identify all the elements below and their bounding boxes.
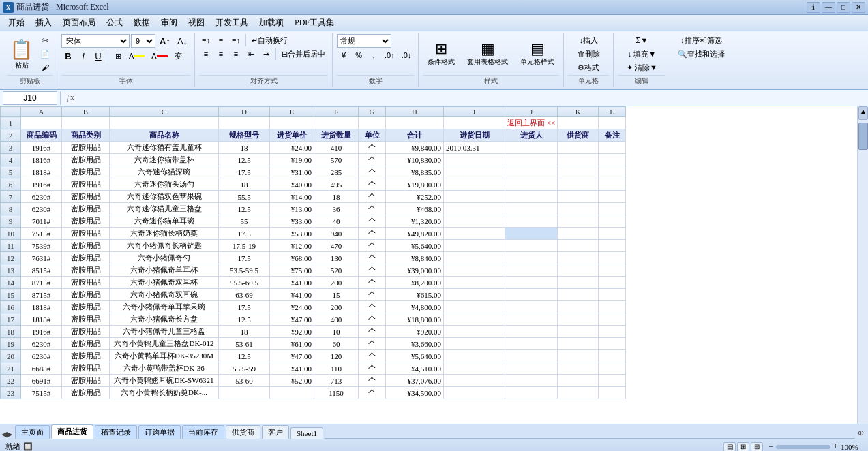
menu-insert[interactable]: 插入 bbox=[30, 16, 57, 30]
formula-function-icon[interactable]: ƒx bbox=[63, 91, 77, 105]
align-center-button[interactable]: ≡ bbox=[214, 48, 228, 60]
fill-color-button[interactable]: A bbox=[126, 50, 147, 62]
font-name-select[interactable]: 宋体 bbox=[61, 34, 130, 48]
menu-data[interactable]: 数据 bbox=[128, 16, 155, 30]
cell-e1[interactable] bbox=[270, 117, 314, 129]
cell-c3[interactable]: 六奇迷你猫有盖儿童杯 bbox=[110, 142, 219, 154]
menu-addins[interactable]: 加载项 bbox=[254, 16, 289, 30]
col-header-a[interactable]: A bbox=[21, 107, 62, 117]
menu-formula[interactable]: 公式 bbox=[101, 16, 128, 30]
restore-button[interactable]: □ bbox=[837, 2, 850, 13]
normal-view-button[interactable]: ▤ bbox=[723, 442, 736, 452]
cell-i3[interactable]: 2010.03.31 bbox=[444, 142, 505, 154]
tab-audit[interactable]: 稽查记录 bbox=[95, 425, 137, 439]
wrap-text-button[interactable]: ↵ 自动换行 bbox=[249, 34, 290, 46]
zoom-in-button[interactable]: + bbox=[833, 441, 838, 451]
menu-review[interactable]: 审阅 bbox=[155, 16, 183, 30]
cell-e3[interactable]: ¥24.00 bbox=[270, 142, 314, 154]
header-cell-i2[interactable]: 进货日期 bbox=[444, 129, 505, 142]
indent-dec-button[interactable]: ⇤ bbox=[244, 48, 258, 60]
col-header-h[interactable]: H bbox=[386, 107, 444, 117]
menu-pdf[interactable]: PDF工具集 bbox=[289, 16, 340, 30]
tab-add-button[interactable]: ⊕ bbox=[855, 427, 867, 439]
align-top-left-button[interactable]: ≡↑ bbox=[199, 34, 213, 46]
copy-button[interactable]: 📄 bbox=[38, 48, 53, 60]
cell-c1[interactable] bbox=[110, 117, 219, 129]
cell-d3[interactable]: 18 bbox=[219, 142, 270, 154]
minimize-button[interactable]: — bbox=[822, 2, 835, 13]
conditional-format-button[interactable]: ⊞ 条件格式 bbox=[423, 37, 460, 71]
col-header-c[interactable]: C bbox=[110, 107, 219, 117]
menu-start[interactable]: 开始 bbox=[3, 16, 30, 30]
paste-button[interactable]: 📋 粘贴 bbox=[7, 37, 36, 72]
tab-customer[interactable]: 客户 bbox=[262, 425, 289, 439]
cell-h3[interactable]: ¥9,840.00 bbox=[386, 142, 444, 154]
tab-order[interactable]: 订购单据 bbox=[138, 425, 181, 439]
col-header-d[interactable]: D bbox=[219, 107, 270, 117]
tab-inventory[interactable]: 当前库存 bbox=[182, 425, 224, 439]
format-painter-button[interactable]: 🖌 bbox=[38, 61, 53, 74]
cell-a3[interactable]: 1916# bbox=[21, 142, 62, 154]
row-header-1[interactable]: 1 bbox=[1, 117, 21, 129]
cell-f1[interactable] bbox=[314, 117, 359, 129]
header-cell-e2[interactable]: 进货单价 bbox=[270, 129, 314, 142]
col-header-b[interactable]: B bbox=[62, 107, 110, 117]
col-header-i[interactable]: I bbox=[444, 107, 505, 117]
cell-g3[interactable]: 个 bbox=[359, 142, 386, 154]
clear-button[interactable]: ✦ 清除▼ bbox=[618, 61, 665, 74]
special-button[interactable]: 变 bbox=[172, 50, 185, 62]
format-cells-button[interactable]: ⚙ 格式 bbox=[568, 61, 609, 74]
currency-button[interactable]: ¥ bbox=[337, 49, 350, 61]
sum-button[interactable]: Σ▼ bbox=[618, 34, 665, 46]
tab-sheet1[interactable]: Sheet1 bbox=[290, 427, 323, 439]
header-cell-k2[interactable]: 供货商 bbox=[558, 129, 599, 142]
tab-purchase[interactable]: 商品进货 bbox=[51, 424, 93, 439]
cell-l1[interactable] bbox=[599, 117, 626, 129]
col-header-e[interactable]: E bbox=[270, 107, 314, 117]
col-header-f[interactable]: F bbox=[314, 107, 359, 117]
insert-cells-button[interactable]: ↓ 插入 bbox=[568, 34, 609, 46]
indent-inc-button[interactable]: ⇥ bbox=[259, 48, 273, 60]
cell-k3[interactable] bbox=[558, 142, 599, 154]
font-color-button[interactable]: A bbox=[149, 50, 170, 62]
cell-i1[interactable] bbox=[444, 117, 505, 129]
close-button[interactable]: ✕ bbox=[852, 2, 865, 13]
align-top-center-button[interactable]: ≡ bbox=[214, 34, 228, 46]
font-shrink-button[interactable]: A↓ bbox=[175, 35, 190, 47]
info-button[interactable]: ℹ bbox=[807, 2, 820, 13]
bold-button[interactable]: B bbox=[61, 49, 75, 63]
cell-l3[interactable] bbox=[599, 142, 626, 154]
col-header-j[interactable]: J bbox=[505, 107, 558, 117]
tab-next-button[interactable]: ▶ bbox=[7, 430, 12, 439]
sort-filter-button[interactable]: ↕ 排序和筛选 bbox=[674, 34, 728, 46]
formula-input[interactable] bbox=[77, 91, 865, 105]
cell-d1[interactable] bbox=[219, 117, 270, 129]
zoom-out-button[interactable]: − bbox=[768, 441, 773, 451]
tab-main[interactable]: 主页面 bbox=[15, 425, 50, 439]
cell-style-button[interactable]: ▤ 单元格样式 bbox=[515, 37, 559, 71]
return-button-cell[interactable]: 返回主界面 << bbox=[505, 117, 558, 129]
table-format-button[interactable]: ▦ 套用表格格式 bbox=[462, 37, 513, 71]
vertical-scrollbar[interactable]: ▲ bbox=[857, 106, 868, 424]
border-button[interactable]: ⊞ bbox=[111, 50, 125, 62]
header-cell-j2[interactable]: 进货人 bbox=[505, 129, 558, 142]
cell-h1[interactable] bbox=[386, 117, 444, 129]
header-cell-b2[interactable]: 商品类别 bbox=[62, 129, 110, 142]
selected-cell-j10[interactable] bbox=[505, 228, 558, 240]
menu-view[interactable]: 视图 bbox=[183, 16, 210, 30]
cell-g1[interactable] bbox=[359, 117, 386, 129]
dec-inc-button[interactable]: .0↑ bbox=[382, 49, 398, 61]
find-select-button[interactable]: 🔍 查找和选择 bbox=[674, 48, 728, 60]
col-header-k[interactable]: K bbox=[558, 107, 599, 117]
header-cell-l2[interactable]: 备注 bbox=[599, 129, 626, 142]
break-view-button[interactable]: ⊟ bbox=[751, 442, 763, 452]
italic-button[interactable]: I bbox=[76, 49, 90, 63]
col-header-l[interactable]: L bbox=[599, 107, 626, 117]
tab-supplier[interactable]: 供货商 bbox=[226, 425, 260, 439]
dec-dec-button[interactable]: .0↓ bbox=[399, 49, 415, 61]
align-top-right-button[interactable]: ≡↑ bbox=[229, 34, 243, 46]
header-cell-g2[interactable]: 单位 bbox=[359, 129, 386, 142]
font-grow-button[interactable]: A↑ bbox=[157, 35, 173, 47]
cell-b3[interactable]: 密胺用品 bbox=[62, 142, 110, 154]
cell-k1[interactable] bbox=[558, 117, 599, 129]
